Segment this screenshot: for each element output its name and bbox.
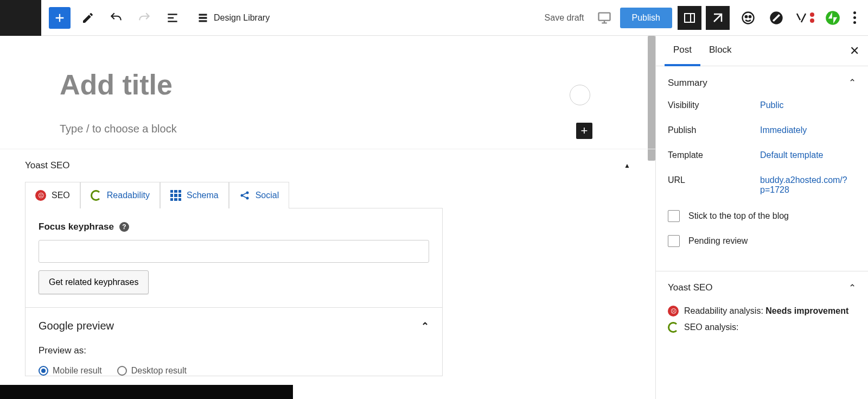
add-block-button[interactable] <box>49 7 71 29</box>
svg-point-3 <box>745 15 748 17</box>
editor-content: ▲ Add title Type / to choose a block + Y… <box>0 36 655 399</box>
sidebar-tab-block[interactable]: Block <box>700 36 741 66</box>
yoast-panel-header[interactable]: Yoast SEO ▲ <box>25 160 630 171</box>
readability-analysis-row[interactable]: ☹ Readability analysis: Needs improvemen… <box>668 306 856 316</box>
yoast-tab-schema[interactable]: Schema <box>160 182 229 208</box>
spinner-icon <box>91 190 101 201</box>
seo-analysis-row[interactable]: SEO analysis: <box>668 322 856 333</box>
stick-checkbox-row[interactable]: Stick to the top of the blog <box>668 210 856 222</box>
preview-as-label: Preview as: <box>39 345 429 356</box>
jetpack-icon <box>825 10 840 26</box>
edit-tool-button[interactable] <box>77 7 99 29</box>
top-toolbar: Design Library Save draft Publish <box>0 0 868 36</box>
publish-button[interactable]: Publish <box>620 8 672 28</box>
redo-button[interactable] <box>133 7 155 29</box>
google-preview-toggle[interactable]: Google preview ⌃ <box>39 320 429 332</box>
preview-button[interactable] <box>594 8 615 28</box>
wp-logo-button[interactable] <box>0 0 41 36</box>
chevron-up-icon: ⌃ <box>848 77 856 88</box>
settings-sidebar: Post Block ✕ Summary ⌃ Visibility Public… <box>655 36 868 399</box>
undo-icon <box>109 11 123 25</box>
svg-rect-1 <box>685 14 694 22</box>
spinner-icon <box>668 322 679 333</box>
yoast-sidebar-header[interactable]: Yoast SEO ⌃ <box>668 282 856 294</box>
mailchimp-button[interactable] <box>738 8 758 28</box>
visibility-label: Visibility <box>668 100 760 110</box>
svg-point-6 <box>826 11 840 25</box>
share-icon <box>239 190 250 201</box>
grid-icon <box>170 190 181 201</box>
redo-icon <box>137 11 151 25</box>
mobile-result-radio[interactable]: Mobile result <box>39 366 102 376</box>
jetpack-button[interactable] <box>823 8 843 28</box>
yoast-tab-seo[interactable]: ☹ SEO <box>25 182 80 208</box>
template-value[interactable]: Default template <box>760 150 856 160</box>
visibility-value[interactable]: Public <box>760 100 856 110</box>
pending-checkbox[interactable] <box>668 235 680 247</box>
template-label: Template <box>668 150 760 160</box>
focus-keyphrase-label: Focus keyphrase ? <box>39 221 429 232</box>
chevron-up-icon: ⌃ <box>421 320 429 332</box>
arrow-corner-icon <box>711 11 724 24</box>
toolbar-right: Save draft Publish <box>545 6 863 30</box>
toolbar-left: Design Library <box>0 0 270 35</box>
related-keyphrases-button[interactable]: Get related keyphrases <box>39 270 149 294</box>
yoast-icon <box>795 11 808 24</box>
focus-keyphrase-input[interactable] <box>39 240 429 263</box>
design-library-label: Design Library <box>214 13 270 23</box>
svg-rect-0 <box>598 12 610 20</box>
sad-face-icon: ☹ <box>668 306 679 316</box>
yoast-tab-readability[interactable]: Readability <box>80 182 160 208</box>
featured-image-circle[interactable] <box>570 85 590 105</box>
url-label: URL <box>668 175 760 195</box>
bottom-strip <box>0 385 293 399</box>
mailchimp-icon <box>741 10 756 26</box>
sidebar-icon <box>683 11 696 24</box>
plugin-button-1[interactable] <box>706 6 730 30</box>
options-menu-button[interactable] <box>853 11 856 24</box>
sad-face-icon: ☹ <box>35 190 46 201</box>
url-value[interactable]: buddy.a2hosted.com/?p=1728 <box>760 175 856 195</box>
publish-label: Publish <box>668 125 760 135</box>
post-title-input[interactable]: Add title <box>60 68 596 101</box>
svg-point-8 <box>246 192 248 194</box>
save-draft-button[interactable]: Save draft <box>545 13 584 23</box>
svg-point-9 <box>246 197 248 200</box>
document-overview-button[interactable] <box>162 7 183 29</box>
list-icon <box>165 11 180 25</box>
design-library-button[interactable]: Design Library <box>197 12 270 23</box>
svg-point-4 <box>749 15 751 17</box>
circle-slash-icon <box>769 10 784 26</box>
svg-point-2 <box>743 12 754 23</box>
inline-add-block-button[interactable]: + <box>576 123 592 139</box>
stick-checkbox[interactable] <box>668 210 680 222</box>
block-prompt[interactable]: Type / to choose a block <box>60 123 596 135</box>
svg-point-7 <box>240 194 243 197</box>
sidebar-tab-post[interactable]: Post <box>665 36 700 66</box>
plus-icon <box>54 12 66 24</box>
yoast-tab-social[interactable]: Social <box>229 182 290 208</box>
desktop-result-radio[interactable]: Desktop result <box>117 366 187 376</box>
yoast-button[interactable] <box>795 8 814 28</box>
undo-button[interactable] <box>105 7 127 29</box>
pencil-icon <box>81 11 94 24</box>
plugin-button-2[interactable] <box>767 8 786 28</box>
publish-value[interactable]: Immediately <box>760 125 856 135</box>
summary-panel-header[interactable]: Summary ⌃ <box>668 77 856 88</box>
design-library-icon <box>197 12 208 23</box>
help-icon[interactable]: ? <box>119 222 129 232</box>
settings-sidebar-toggle[interactable] <box>678 6 701 30</box>
chevron-up-icon: ⌃ <box>848 282 856 294</box>
desktop-icon <box>597 10 612 26</box>
yoast-status-dots <box>810 12 814 23</box>
pending-checkbox-row[interactable]: Pending review <box>668 235 856 247</box>
close-sidebar-button[interactable]: ✕ <box>850 44 859 58</box>
collapse-icon: ▲ <box>624 162 630 169</box>
